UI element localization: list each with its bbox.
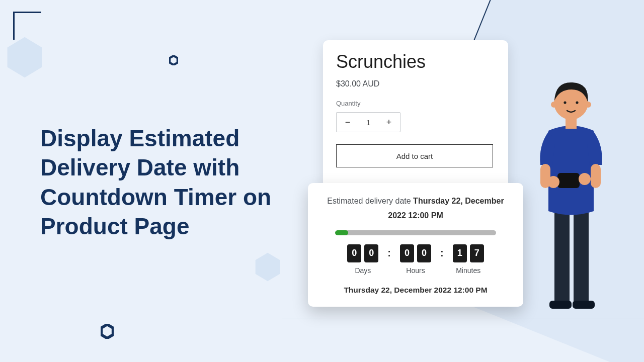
countdown-separator: : bbox=[440, 244, 444, 259]
countdown-digit: 0 bbox=[400, 244, 414, 262]
countdown-digit: 7 bbox=[470, 244, 484, 262]
delivery-estimate-card: Estimated delivery date Thursday 22, Dec… bbox=[308, 183, 523, 307]
svg-marker-1 bbox=[170, 56, 178, 65]
countdown-days-label: Days bbox=[355, 266, 371, 275]
quantity-stepper[interactable]: − 1 + bbox=[336, 112, 400, 132]
svg-point-12 bbox=[579, 173, 591, 185]
delivery-progress-bar bbox=[335, 230, 496, 235]
product-price: $30.00 AUD bbox=[336, 79, 495, 88]
hexagon-icon bbox=[5, 35, 44, 79]
countdown-separator: : bbox=[387, 244, 391, 259]
svg-rect-10 bbox=[557, 173, 580, 188]
svg-marker-0 bbox=[8, 37, 42, 77]
svg-rect-5 bbox=[574, 206, 589, 302]
hexagon-icon bbox=[101, 324, 114, 339]
countdown-timer: 0 0 Days : 0 0 Hours : 1 7 Minutes bbox=[322, 244, 509, 275]
countdown-hours-group: 0 0 Hours bbox=[400, 244, 431, 275]
countdown-digit: 0 bbox=[347, 244, 361, 262]
quantity-label: Quantity bbox=[336, 100, 495, 107]
svg-point-16 bbox=[585, 102, 591, 108]
svg-rect-6 bbox=[549, 301, 572, 309]
hexagon-icon bbox=[254, 251, 281, 283]
countdown-digit: 0 bbox=[364, 244, 378, 262]
quantity-value: 1 bbox=[366, 118, 370, 127]
countdown-minutes-group: 1 7 Minutes bbox=[453, 244, 484, 275]
add-to-cart-button[interactable]: Add to cart bbox=[336, 144, 493, 167]
svg-rect-7 bbox=[573, 301, 595, 309]
quantity-increase-button[interactable]: + bbox=[385, 117, 393, 128]
svg-rect-4 bbox=[554, 206, 570, 302]
quantity-decrease-button[interactable]: − bbox=[344, 117, 352, 128]
svg-rect-9 bbox=[591, 164, 601, 188]
svg-point-17 bbox=[564, 101, 566, 104]
page-headline: Display Estimated Delivery Date with Cou… bbox=[40, 124, 312, 241]
svg-point-15 bbox=[551, 102, 557, 108]
countdown-hours-label: Hours bbox=[406, 266, 425, 275]
product-card: Scrunchies $30.00 AUD Quantity − 1 + Add… bbox=[323, 40, 508, 188]
estimated-delivery-line: Estimated delivery date Thursday 22, Dec… bbox=[322, 194, 509, 223]
svg-point-11 bbox=[547, 176, 559, 188]
estimated-delivery-prefix: Estimated delivery date bbox=[327, 197, 413, 205]
hexagon-icon bbox=[169, 55, 178, 65]
divider-line bbox=[282, 318, 644, 318]
countdown-digit: 0 bbox=[417, 244, 431, 262]
svg-marker-3 bbox=[101, 324, 113, 338]
svg-marker-2 bbox=[256, 253, 280, 282]
countdown-days-group: 0 0 Days bbox=[347, 244, 378, 275]
countdown-minutes-label: Minutes bbox=[456, 266, 480, 275]
person-illustration bbox=[528, 75, 614, 317]
product-title: Scrunchies bbox=[336, 51, 495, 72]
countdown-digit: 1 bbox=[453, 244, 467, 262]
delivery-progress-fill bbox=[335, 230, 348, 235]
delivery-final-date: Thursday 22, December 2022 12:00 PM bbox=[322, 286, 509, 295]
svg-point-18 bbox=[576, 101, 578, 104]
